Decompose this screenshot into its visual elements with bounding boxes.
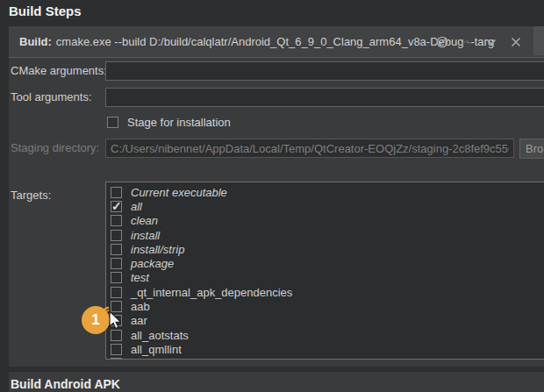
target-row[interactable]: clean (111, 214, 544, 228)
build-step-command: cmake.exe --build D:/build/calqlatr/Andr… (56, 35, 494, 48)
page-title: Build Steps (9, 4, 82, 18)
target-row[interactable]: all_aotstats (111, 328, 544, 342)
target-label: install/strip (131, 243, 184, 256)
target-row[interactable]: install (111, 228, 544, 242)
tool-arguments-input[interactable] (105, 88, 544, 107)
target-checkbox[interactable] (111, 344, 122, 355)
target-label: package (131, 257, 174, 270)
target-checkbox[interactable] (111, 230, 122, 241)
target-label: all (131, 200, 142, 213)
target-checkbox[interactable] (111, 358, 122, 360)
target-checkbox[interactable] (111, 272, 122, 283)
target-label: all_qmllint (131, 343, 182, 356)
target-row[interactable]: test (111, 271, 544, 285)
target-label: aab (131, 300, 150, 313)
target-label: aar (131, 314, 147, 327)
target-row[interactable]: install/strip (111, 242, 544, 256)
browse-button[interactable]: Bro (519, 139, 544, 159)
target-label: install (131, 229, 160, 242)
target-checkbox[interactable] (111, 244, 122, 255)
stage-for-installation-label: Stage for installation (127, 116, 231, 129)
checkbox-box[interactable] (107, 117, 118, 128)
build-android-apk-title: Build Android APK (11, 377, 120, 391)
build-android-apk-panel: Build Android APK (9, 372, 544, 392)
build-step-header[interactable]: Build: cmake.exe --build D:/build/calqla… (9, 26, 544, 58)
disable-step-icon[interactable] (434, 35, 449, 50)
target-checkbox[interactable] (111, 215, 122, 226)
build-steps-settings: { "page_title": "Build Steps", "build_st… (0, 0, 544, 392)
stage-for-installation-checkbox[interactable]: Stage for installation (107, 116, 231, 129)
move-up-icon[interactable] (459, 35, 474, 50)
target-checkbox[interactable] (111, 301, 122, 312)
cmake-arguments-label: CMake arguments: (11, 61, 107, 81)
target-label: test (131, 271, 149, 284)
scrollbar-thumb[interactable] (533, 26, 544, 55)
target-row[interactable]: all_qmllint_json (111, 357, 544, 360)
target-checkbox[interactable] (111, 258, 122, 269)
target-row[interactable]: all (111, 199, 544, 213)
target-checkbox[interactable] (111, 201, 122, 212)
build-step-name: Build: (19, 35, 52, 48)
target-label: Current executable (131, 186, 227, 199)
cmake-arguments-input[interactable] (105, 61, 544, 81)
staging-directory-label: Staging directory: (11, 139, 99, 158)
target-row[interactable]: _qt_internal_apk_dependencies (111, 285, 544, 299)
target-row[interactable]: aab (111, 299, 544, 313)
step-annotation-badge: 1 (82, 306, 110, 334)
target-label: all_aotstats (131, 329, 189, 342)
target-row[interactable]: Current executable (111, 185, 544, 199)
build-step-actions (434, 26, 523, 58)
target-row[interactable]: package (111, 256, 544, 270)
target-row[interactable]: all_qmllint (111, 342, 544, 356)
target-checkbox[interactable] (111, 187, 122, 198)
target-label: clean (131, 214, 158, 227)
target-checkbox[interactable] (111, 315, 122, 326)
target-checkbox[interactable] (111, 287, 122, 298)
targets-list[interactable]: Current executable all clean install ins… (105, 182, 544, 360)
target-label: _qt_internal_apk_dependencies (131, 286, 292, 299)
move-down-icon[interactable] (483, 35, 498, 50)
target-row[interactable]: aar (111, 314, 544, 328)
target-checkbox[interactable] (111, 330, 122, 341)
target-label: all_qmllint_json (131, 357, 209, 360)
targets-label: Targets: (11, 186, 51, 205)
staging-directory-input[interactable] (105, 139, 514, 158)
remove-step-icon[interactable] (508, 35, 523, 50)
tool-arguments-label: Tool arguments: (11, 88, 92, 107)
